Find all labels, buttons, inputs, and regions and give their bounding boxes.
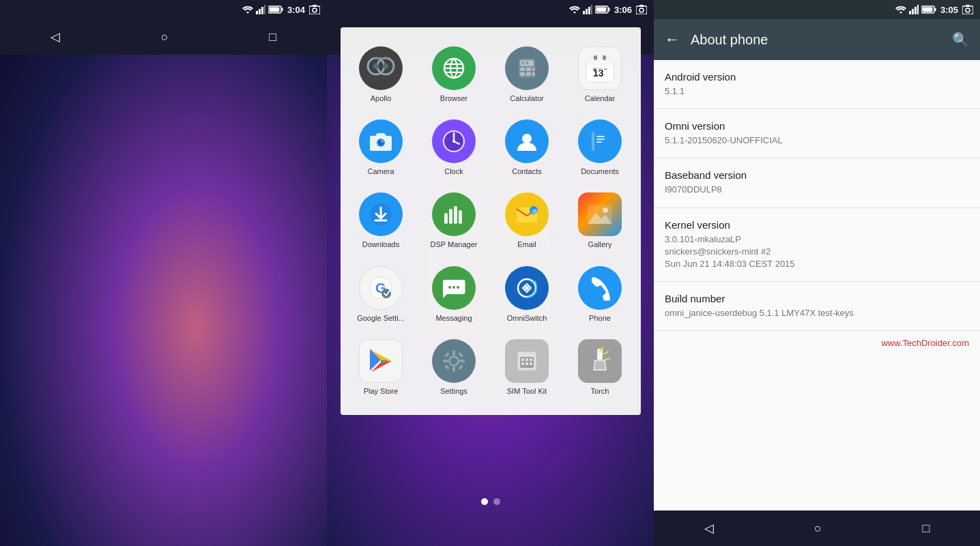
svg-rect-44 [608, 8, 609, 12]
wifi-icon-p2 [569, 5, 580, 14]
app-google-settings[interactable]: G Google Setti... [347, 261, 415, 328]
android-version-label: Android version [665, 71, 969, 83]
omni-version-item[interactable]: Omni version 5.1.1-20150620-UNOFFICIAL [654, 109, 980, 158]
svg-rect-63 [526, 68, 531, 71]
home-button-panel1[interactable]: ○ [147, 25, 182, 50]
android-version-item[interactable]: Android version 5.1.1 [654, 60, 980, 109]
svg-point-52 [383, 63, 388, 69]
app-phone[interactable]: Phone [566, 261, 634, 328]
apollo-svg [366, 54, 395, 83]
clock-svg [440, 128, 467, 155]
svg-rect-113 [452, 367, 455, 372]
about-header: ← About phone 🔍 [654, 19, 980, 60]
recents-button-panel1[interactable]: □ [255, 25, 290, 50]
simtool-icon [505, 339, 549, 383]
footer-text: www.TechDroider.com [654, 331, 980, 355]
app-documents[interactable]: Documents [566, 114, 634, 182]
app-settings[interactable]: Settings [420, 334, 488, 401]
calendar-svg: 13 [583, 52, 616, 85]
svg-rect-131 [914, 7, 917, 14]
svg-rect-75 [599, 68, 602, 70]
app-calendar[interactable]: 13 Calendar [566, 41, 634, 109]
app-calculator[interactable]: − × + = Calculator [493, 41, 561, 109]
svg-point-101 [603, 207, 608, 213]
status-icons-panel2 [569, 5, 610, 14]
settings-label-app: Settings [440, 387, 467, 396]
android-version-value: 5.1.1 [665, 85, 969, 98]
app-torch[interactable]: Torch [566, 334, 634, 401]
contacts-label: Contacts [512, 167, 541, 176]
svg-rect-46 [636, 6, 647, 14]
svg-rect-40 [586, 9, 588, 14]
svg-rect-41 [588, 7, 590, 14]
svg-rect-66 [526, 72, 531, 76]
downloads-icon [359, 192, 403, 236]
app-playstore[interactable]: Play Store [347, 334, 415, 401]
kernel-version-item[interactable]: Kernel version 3.0.101-mkaluzaLP snicker… [654, 208, 980, 283]
search-button-about[interactable]: 🔍 [952, 31, 969, 48]
svg-rect-5 [281, 8, 283, 12]
battery-icon [268, 5, 283, 14]
recents-button-panel3[interactable]: □ [908, 516, 943, 541]
about-title: About phone [691, 32, 941, 48]
settings-app-svg [440, 347, 467, 375]
svg-point-51 [373, 63, 379, 69]
home-button-panel3[interactable]: ○ [801, 516, 835, 541]
app-camera[interactable]: Camera [347, 114, 415, 182]
app-email[interactable]: @ Email [493, 187, 561, 255]
svg-rect-138 [966, 5, 970, 7]
svg-text:+  =: + = [521, 60, 528, 65]
gallery-icon [578, 192, 622, 236]
status-icons-panel1 [242, 5, 283, 14]
app-contacts[interactable]: Contacts [493, 114, 561, 182]
playstore-icon [359, 339, 403, 383]
build-number-label: Build number [665, 293, 969, 304]
app-clock[interactable]: Clock [420, 114, 488, 182]
app-gallery[interactable]: Gallery [566, 187, 634, 255]
app-simtool[interactable]: SIM Tool Kit [493, 334, 561, 401]
google-settings-icon: G [359, 266, 403, 310]
wifi-icon [242, 5, 253, 14]
svg-rect-62 [520, 68, 525, 71]
app-messaging[interactable]: Messaging [420, 261, 488, 328]
torch-svg [585, 346, 615, 376]
app-drawer-panel: 3:06 Apollo [327, 0, 654, 546]
browser-svg [440, 55, 467, 82]
camera-svg [367, 128, 394, 155]
svg-rect-93 [449, 209, 452, 224]
apollo-label: Apollo [371, 94, 392, 103]
svg-rect-119 [458, 364, 463, 370]
settings-icon-app [432, 339, 476, 383]
svg-rect-95 [459, 210, 462, 224]
build-number-item[interactable]: Build number omni_janice-userdebug 5.1.1… [654, 282, 980, 331]
back-button-panel3[interactable]: ◁ [691, 515, 727, 541]
svg-rect-114 [443, 360, 448, 362]
nav-bar-panel3: ◁ ○ □ [654, 511, 980, 546]
app-downloads[interactable]: Downloads [347, 187, 415, 255]
dsp-icon [432, 192, 476, 236]
svg-rect-67 [532, 72, 535, 76]
status-bar-panel2: 3:06 [327, 0, 654, 19]
app-dsp[interactable]: DSP Manager [420, 187, 488, 255]
svg-point-109 [525, 286, 529, 290]
svg-point-47 [639, 8, 644, 12]
app-apollo[interactable]: Apollo [347, 41, 415, 109]
contacts-svg [513, 128, 541, 155]
documents-icon [578, 119, 622, 163]
calculator-label: Calculator [510, 94, 544, 103]
svg-rect-116 [444, 352, 450, 358]
svg-rect-136 [962, 6, 973, 14]
signal-icon-p3 [909, 5, 919, 14]
baseband-version-item[interactable]: Baseband version I9070DDULP8 [654, 158, 980, 207]
downloads-svg [367, 201, 394, 228]
about-phone-panel: 3:05 ← About phone 🔍 Android version 5.1… [654, 0, 980, 546]
app-omniswitch[interactable]: OmniSwitch [493, 261, 561, 328]
torch-icon [578, 339, 622, 383]
back-button-about[interactable]: ← [665, 31, 680, 48]
wifi-icon-p3 [895, 5, 906, 14]
svg-rect-65 [520, 72, 525, 76]
app-browser[interactable]: Browser [420, 41, 488, 109]
back-button-panel1[interactable]: ◁ [37, 24, 74, 50]
drawer-dot-2 [493, 498, 500, 505]
email-svg: @ [513, 201, 541, 228]
